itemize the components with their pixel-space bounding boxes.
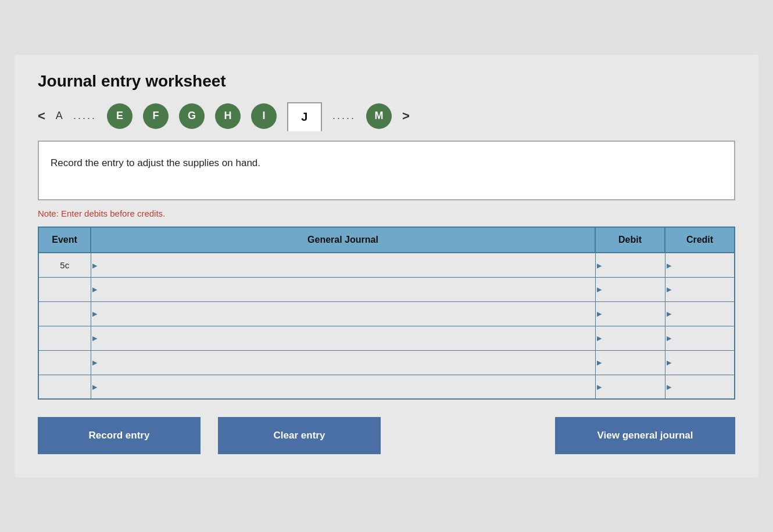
main-container: Journal entry worksheet < A ..... E F G … [15,55,758,478]
credit-input-1[interactable] [665,278,735,301]
debit-cell-5[interactable]: ▶ [595,375,665,399]
cell-arrow-icon: ▶ [92,383,97,391]
header-credit: Credit [665,227,735,253]
header-journal: General Journal [91,227,595,253]
header-event: Event [38,227,91,253]
debit-input-4[interactable] [596,351,665,375]
credit-input-3[interactable] [665,326,735,350]
cell-arrow-icon: ▶ [92,359,97,366]
event-cell-2 [38,301,91,326]
cell-arrow-icon: ▶ [667,261,671,269]
credit-input-4[interactable] [665,351,735,375]
journal-cell-4[interactable]: ▶ [91,350,595,375]
cell-arrow-icon: ▶ [597,335,602,342]
journal-cell-0[interactable]: ▶ [91,253,595,277]
debit-input-0[interactable] [596,253,665,277]
event-cell-5 [38,375,91,399]
debit-cell-0[interactable]: ▶ [595,253,665,277]
nav-row: < A ..... E F G H I J ..... M > [38,102,735,130]
table-row: 5c▶▶▶ [38,253,735,277]
nav-tab-j[interactable]: J [287,102,322,131]
cell-arrow-icon: ▶ [597,310,602,318]
credit-cell-5[interactable]: ▶ [665,375,735,399]
button-row: Record entry Clear entry View general jo… [38,417,735,454]
table-row: ▶▶▶ [38,301,735,326]
credit-input-5[interactable] [665,375,735,399]
cell-arrow-icon: ▶ [92,261,97,269]
journal-input-2[interactable] [91,302,595,326]
journal-input-5[interactable] [91,375,595,399]
table-row: ▶▶▶ [38,326,735,350]
cell-arrow-icon: ▶ [667,359,671,366]
nav-circle-i[interactable]: I [251,103,277,129]
journal-input-0[interactable] [91,253,595,277]
event-cell-3 [38,326,91,350]
cell-arrow-icon: ▶ [597,359,602,366]
debit-cell-3[interactable]: ▶ [595,326,665,350]
cell-arrow-icon: ▶ [667,286,671,293]
page-title: Journal entry worksheet [38,72,735,91]
cell-arrow-icon: ▶ [667,383,671,391]
debit-input-5[interactable] [596,375,665,399]
record-entry-button[interactable]: Record entry [38,417,201,454]
header-debit: Debit [595,227,665,253]
debit-cell-1[interactable]: ▶ [595,277,665,301]
cell-arrow-icon: ▶ [92,286,97,293]
credit-cell-2[interactable]: ▶ [665,301,735,326]
cell-arrow-icon: ▶ [597,286,602,293]
cell-arrow-icon: ▶ [92,310,97,318]
credit-input-0[interactable] [665,253,735,277]
cell-arrow-icon: ▶ [667,310,671,318]
debit-cell-2[interactable]: ▶ [595,301,665,326]
credit-cell-4[interactable]: ▶ [665,350,735,375]
nav-circle-e[interactable]: E [107,103,133,129]
debit-input-1[interactable] [596,278,665,301]
journal-input-4[interactable] [91,351,595,375]
journal-cell-1[interactable]: ▶ [91,277,595,301]
description-text: Record the entry to adjust the supplies … [51,157,260,168]
nav-circle-f[interactable]: F [143,103,169,129]
nav-dots-2: ..... [332,110,356,122]
cell-arrow-icon: ▶ [667,335,671,342]
event-cell-0: 5c [38,253,91,277]
nav-circle-m[interactable]: M [366,103,392,129]
table-row: ▶▶▶ [38,375,735,399]
view-general-journal-button[interactable]: View general journal [555,417,735,454]
debit-cell-4[interactable]: ▶ [595,350,665,375]
credit-cell-3[interactable]: ▶ [665,326,735,350]
journal-cell-5[interactable]: ▶ [91,375,595,399]
cell-arrow-icon: ▶ [597,261,602,269]
journal-input-1[interactable] [91,278,595,301]
cell-arrow-icon: ▶ [597,383,602,391]
credit-cell-1[interactable]: ▶ [665,277,735,301]
cell-arrow-icon: ▶ [92,335,97,342]
journal-table: Event General Journal Debit Credit 5c▶▶▶… [38,227,735,400]
note-text: Note: Enter debits before credits. [38,209,735,218]
clear-entry-button[interactable]: Clear entry [218,417,381,454]
credit-input-2[interactable] [665,302,735,326]
prev-arrow[interactable]: < [38,109,45,124]
debit-input-2[interactable] [596,302,665,326]
credit-cell-0[interactable]: ▶ [665,253,735,277]
event-cell-4 [38,350,91,375]
event-cell-1 [38,277,91,301]
journal-input-3[interactable] [91,326,595,350]
nav-circle-g[interactable]: G [179,103,205,129]
nav-circle-h[interactable]: H [215,103,241,129]
table-row: ▶▶▶ [38,277,735,301]
nav-label-a[interactable]: A [56,110,63,122]
table-row: ▶▶▶ [38,350,735,375]
journal-cell-2[interactable]: ▶ [91,301,595,326]
next-arrow[interactable]: > [402,109,410,124]
nav-dots-1: ..... [73,110,96,122]
journal-cell-3[interactable]: ▶ [91,326,595,350]
description-box: Record the entry to adjust the supplies … [38,141,735,201]
debit-input-3[interactable] [596,326,665,350]
